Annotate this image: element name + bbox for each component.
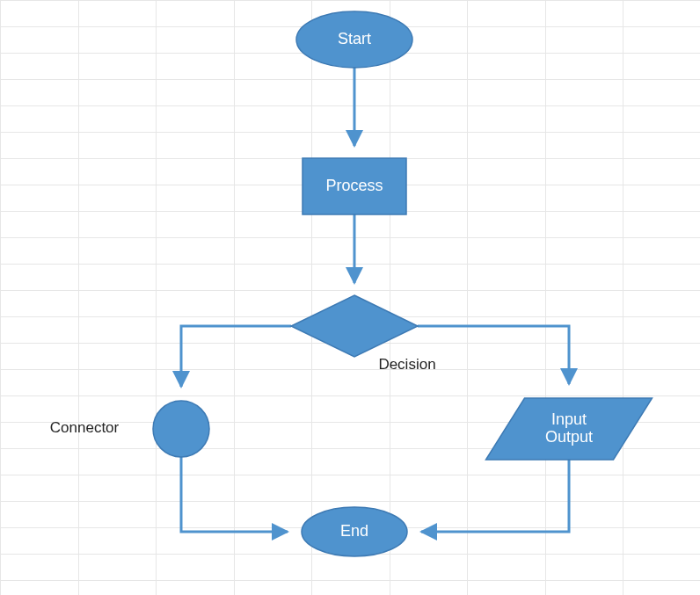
node-connector[interactable]: Connector xyxy=(50,401,209,457)
node-decision[interactable]: Decision xyxy=(291,295,436,373)
edge-decision-connector xyxy=(181,326,291,387)
connector-shape[interactable] xyxy=(153,401,209,457)
node-end[interactable]: End xyxy=(302,507,407,556)
nodes[interactable]: StartProcessDecisionConnectorInputOutput… xyxy=(50,11,653,556)
edge-connector-end xyxy=(181,457,288,532)
flowchart-canvas: StartProcessDecisionConnectorInputOutput… xyxy=(0,0,700,595)
edges xyxy=(181,68,569,532)
flowchart[interactable]: StartProcessDecisionConnectorInputOutput… xyxy=(0,0,700,595)
node-label: Process xyxy=(325,177,383,194)
node-label: InputOutput xyxy=(545,410,593,446)
node-label: Decision xyxy=(378,356,435,373)
node-label: Start xyxy=(338,30,371,47)
node-process[interactable]: Process xyxy=(303,158,406,214)
edge-io-end xyxy=(421,460,569,532)
node-label: End xyxy=(340,522,368,540)
node-io[interactable]: InputOutput xyxy=(486,398,653,460)
node-label: Connector xyxy=(50,419,120,436)
node-start[interactable]: Start xyxy=(296,11,412,68)
edge-decision-io xyxy=(418,326,569,384)
decision-shape[interactable] xyxy=(291,295,418,357)
